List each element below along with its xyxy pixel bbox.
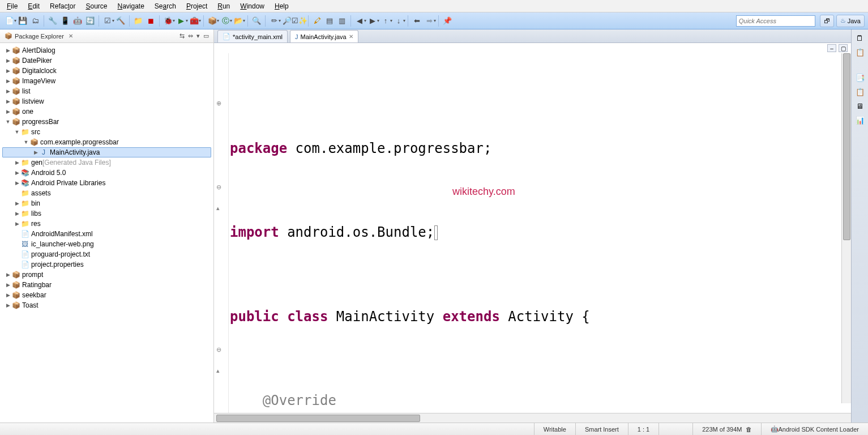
twisty-icon[interactable]: ▶ — [5, 68, 11, 74]
menu-window[interactable]: Window — [236, 1, 269, 11]
toggle-editor-icon[interactable]: ▤ — [324, 15, 335, 27]
tree-item-gen[interactable]: ▶📁gen [Generated Java Files] — [2, 157, 211, 168]
new-folder-icon[interactable]: 📂 — [233, 15, 244, 27]
tree-item-com-example-progressbar[interactable]: ▼📦com.example.progressbar — [2, 137, 211, 147]
trash-icon[interactable]: 🗑 — [746, 426, 752, 433]
debug-icon[interactable]: 🐞 — [163, 15, 174, 27]
tree-item-listview[interactable]: ▶📦listview — [2, 96, 211, 106]
chevron-down-icon[interactable]: ▾ — [196, 32, 200, 40]
save-icon[interactable]: 💾 — [17, 15, 28, 27]
editor-tab-mainactivity-java[interactable]: JMainActivity.java✕ — [290, 30, 358, 42]
tree-item-list[interactable]: ▶📦list — [2, 86, 211, 96]
console-icon[interactable]: 🖥 — [855, 101, 865, 111]
twisty-icon[interactable]: ▶ — [5, 109, 11, 114]
folder-icon[interactable]: 📁 — [132, 15, 144, 27]
editor-tab--activity-main-xml[interactable]: 📄*activity_main.xml — [217, 30, 288, 42]
marker-icon[interactable]: ✏ — [268, 15, 280, 27]
up-icon[interactable]: ↑ — [380, 15, 391, 27]
chevron-down-icon[interactable]: ▾ — [14, 18, 16, 23]
stop-icon[interactable]: ◼ — [145, 15, 156, 27]
tree-item-src[interactable]: ▼📁src — [2, 127, 211, 137]
tree-item-ratingbar[interactable]: ▶📦Ratingbar — [2, 280, 211, 290]
tasks-icon[interactable]: 📑 — [855, 72, 865, 83]
twisty-icon[interactable]: ▶ — [5, 58, 11, 63]
menu-navigate[interactable]: Navigate — [113, 1, 148, 11]
java-perspective-button[interactable]: ♨Java — [836, 15, 865, 27]
collapse-all-icon[interactable]: ⇆ — [179, 32, 185, 40]
run-icon[interactable]: ▶ — [176, 15, 187, 27]
external-tools-icon[interactable]: 🧰 — [189, 15, 200, 27]
fold-expand-icon[interactable]: ⊕ — [216, 100, 221, 107]
save-all-icon[interactable]: 🗂 — [29, 15, 41, 27]
logcat-icon[interactable]: 📊 — [855, 115, 865, 125]
menu-search[interactable]: Search — [150, 1, 181, 11]
twisty-icon[interactable]: ▶ — [5, 302, 11, 308]
tree-item-progressbar[interactable]: ▼📦progressBar — [2, 117, 211, 127]
link-editor-icon[interactable]: ⇔ — [188, 32, 193, 40]
toggle-outline-icon[interactable]: ▥ — [336, 15, 348, 27]
twisty-icon[interactable]: ▶ — [14, 160, 20, 165]
code-editor[interactable]: wikitechy.com package com.example.progre… — [229, 53, 851, 413]
tree-item-imageview[interactable]: ▶📦ImageView — [2, 76, 211, 86]
menu-edit[interactable]: Edit — [23, 1, 44, 11]
twisty-icon[interactable]: ▶ — [5, 88, 11, 94]
fold-collapse-icon[interactable]: ⊖ — [216, 184, 221, 191]
tree-item-prompt[interactable]: ▶📦prompt — [2, 270, 211, 280]
tree-item-res[interactable]: ▶📁res — [2, 219, 211, 229]
tree-item-bin[interactable]: ▶📁bin — [2, 198, 211, 208]
problems-icon[interactable]: 📋 — [855, 87, 865, 97]
menu-source[interactable]: Source — [81, 1, 112, 11]
twisty-icon[interactable]: ▶ — [32, 150, 39, 155]
tree-item-androidmanifest-xml[interactable]: 📄AndroidManifest.xml — [2, 229, 211, 239]
new-class-icon[interactable]: Ⓒ — [220, 15, 231, 27]
twisty-icon[interactable]: ▶ — [5, 292, 11, 298]
nav-fwd-icon[interactable]: ➡ — [424, 15, 435, 27]
lint-icon[interactable]: ☑✨ — [294, 15, 305, 27]
new-icon[interactable]: 📄 — [4, 15, 15, 27]
pin-icon[interactable]: 📌 — [442, 15, 453, 27]
menu-help[interactable]: Help — [270, 1, 293, 11]
sync-icon[interactable]: 🔄 — [84, 15, 96, 27]
tree-item-digitalclock[interactable]: ▶📦Digitalclock — [2, 66, 211, 76]
tree-item-alertdialog[interactable]: ▶📦AlertDialog — [2, 45, 211, 56]
menu-file[interactable]: File — [2, 1, 22, 11]
highlight-icon[interactable]: 🖍 — [311, 15, 323, 27]
tree-item-android-5-0[interactable]: ▶📚Android 5.0 — [2, 168, 211, 178]
search-icon[interactable]: 🔍 — [251, 15, 262, 27]
fold-up-icon[interactable]: ▴ — [216, 367, 220, 374]
twisty-icon[interactable]: ▶ — [14, 180, 20, 186]
down-icon[interactable]: ↓ — [393, 15, 404, 27]
tree-item-project-properties[interactable]: 📄project.properties — [2, 259, 211, 270]
twisty-icon[interactable]: ▼ — [14, 129, 20, 135]
tree-item-android-private-libraries[interactable]: ▶📚Android Private Libraries — [2, 178, 211, 188]
back-history-icon[interactable]: ◀ — [354, 15, 365, 27]
minimize-icon[interactable]: – — [827, 44, 836, 52]
horizontal-scrollbar[interactable] — [214, 413, 851, 423]
wizard-icon[interactable]: 🔧 — [47, 15, 58, 27]
twisty-icon[interactable]: ▶ — [5, 99, 11, 104]
vertical-scrollbar[interactable] — [841, 53, 851, 403]
build-icon[interactable]: 🔨 — [115, 15, 126, 27]
tree-item-libs[interactable]: ▶📁libs — [2, 208, 211, 219]
twisty-icon[interactable]: ▶ — [5, 272, 11, 278]
close-icon[interactable]: ✕ — [69, 33, 73, 39]
twisty-icon[interactable]: ▼ — [23, 139, 29, 145]
tree-item-one[interactable]: ▶📦one — [2, 106, 211, 117]
nav-back-icon[interactable]: ⬅ — [411, 15, 422, 27]
twisty-icon[interactable]: ▶ — [14, 201, 20, 206]
device-icon[interactable]: 📱 — [59, 15, 71, 27]
new-package-icon[interactable]: 📦 — [207, 15, 218, 27]
outline2-icon[interactable]: 📋 — [855, 47, 865, 57]
outline-icon[interactable]: 🗒 — [855, 33, 865, 43]
twisty-icon[interactable]: ▶ — [5, 48, 11, 53]
tree-item-proguard-project-txt[interactable]: 📄proguard-project.txt — [2, 249, 211, 259]
android-icon[interactable]: 🤖 — [72, 15, 83, 27]
minimize-icon[interactable]: ▭ — [203, 32, 209, 40]
twisty-icon[interactable]: ▶ — [14, 221, 20, 227]
fold-up-icon[interactable]: ▴ — [216, 204, 220, 212]
tree-item-datepiker[interactable]: ▶📦DatePiker — [2, 56, 211, 66]
twisty-icon[interactable]: ▼ — [5, 119, 11, 125]
project-tree[interactable]: ▶📦AlertDialog▶📦DatePiker▶📦Digitalclock▶📦… — [0, 43, 213, 423]
tree-item-seekbar[interactable]: ▶📦seekbar — [2, 290, 211, 300]
fold-collapse-icon[interactable]: ⊖ — [216, 346, 221, 353]
